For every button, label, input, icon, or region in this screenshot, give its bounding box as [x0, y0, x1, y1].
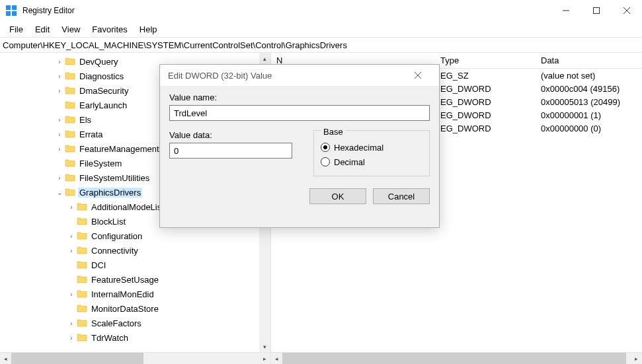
scroll-left-icon[interactable]: ◂ — [0, 353, 11, 364]
chevron-right-icon[interactable]: › — [54, 174, 65, 182]
folder-icon — [77, 245, 87, 256]
titlebar: Registry Editor — [0, 0, 642, 21]
tree-item[interactable]: ›Diagnostics — [0, 69, 163, 83]
tree-hscroll[interactable]: ◂ ▸ — [0, 353, 271, 364]
cell-data: 0x00005013 (20499) — [536, 97, 642, 107]
menu-edit[interactable]: Edit — [30, 23, 55, 36]
window-title: Registry Editor — [22, 6, 551, 15]
close-button[interactable] — [612, 0, 642, 21]
cell-data: (value not set) — [536, 71, 642, 81]
radio-decimal[interactable]: Decimal — [321, 155, 422, 169]
folder-icon — [77, 318, 87, 328]
tree-item[interactable]: ›Els — [0, 112, 163, 127]
tree-item[interactable]: ›DmaSecurity — [0, 83, 163, 98]
scroll-up-icon[interactable]: ▴ — [259, 53, 270, 64]
menu-view[interactable]: View — [56, 23, 85, 36]
tree-item[interactable]: DCI — [0, 258, 163, 272]
value-data-input[interactable] — [169, 143, 292, 159]
cancel-button[interactable]: Cancel — [373, 188, 430, 204]
tree-item-label: MonitorDataStore — [91, 304, 159, 314]
dialog-title-text: Edit DWORD (32-bit) Value — [168, 71, 272, 81]
address-text: Computer\HKEY_LOCAL_MACHINE\SYSTEM\Curre… — [3, 40, 347, 50]
cell-type: EG_DWORD — [435, 124, 536, 133]
tree-item[interactable]: ›AdditionalModeLis — [0, 200, 163, 214]
chevron-right-icon[interactable]: › — [66, 203, 77, 211]
tree-item-label: EarlyLaunch — [79, 100, 127, 110]
col-data-header[interactable]: Data — [536, 55, 642, 65]
chevron-right-icon[interactable]: › — [54, 145, 65, 153]
tree-item[interactable]: FeatureSetUsage — [0, 272, 163, 287]
chevron-right-icon[interactable]: › — [54, 87, 65, 94]
tree-item-label: FileSystemUtilities — [79, 173, 149, 183]
address-bar[interactable]: Computer\HKEY_LOCAL_MACHINE\SYSTEM\Curre… — [0, 37, 642, 53]
tree-item-label: Connectivity — [91, 246, 138, 256]
value-name-input[interactable] — [169, 105, 430, 121]
minimize-button[interactable] — [551, 0, 581, 21]
cell-data: 0x00000001 (1) — [536, 110, 642, 120]
chevron-right-icon[interactable]: › — [66, 233, 77, 240]
tree-item[interactable]: MonitorDataStore — [0, 301, 163, 316]
cell-type: EG_DWORD — [435, 97, 536, 107]
tree-item-label: GraphicsDrivers — [79, 188, 141, 198]
tree-item[interactable]: ›Connectivity — [0, 243, 163, 258]
tree-item[interactable]: FileSystem — [0, 156, 163, 170]
chevron-down-icon[interactable]: ⌄ — [54, 189, 65, 196]
cell-type: EG_DWORD — [435, 110, 536, 120]
chevron-right-icon[interactable]: › — [66, 247, 77, 254]
svg-rect-2 — [6, 11, 11, 16]
tree-item[interactable]: ⌄GraphicsDrivers — [0, 185, 163, 200]
tree-item[interactable]: EarlyLaunch — [0, 98, 163, 112]
dialog-close-button[interactable] — [405, 66, 431, 85]
folder-icon — [65, 143, 75, 154]
maximize-button[interactable] — [581, 0, 612, 21]
folder-icon — [77, 201, 87, 212]
ok-button[interactable]: OK — [309, 188, 366, 204]
tree-item[interactable]: ›InternalMonEdid — [0, 287, 163, 301]
radio-hexadecimal[interactable]: Hexadecimal — [321, 140, 422, 155]
chevron-right-icon[interactable]: › — [66, 320, 77, 327]
tree-item-label: Configuration — [91, 231, 142, 241]
regedit-icon — [5, 5, 17, 17]
col-type-header[interactable]: Type — [435, 55, 536, 65]
menu-help[interactable]: Help — [134, 23, 163, 36]
tree-item[interactable]: ›TdrWatch — [0, 330, 163, 345]
tree-item[interactable]: ›FileSystemUtilities — [0, 170, 163, 185]
menu-favorites[interactable]: Favorites — [87, 23, 132, 36]
svg-rect-1 — [12, 5, 17, 10]
svg-rect-3 — [12, 11, 17, 16]
menubar: File Edit View Favorites Help — [0, 21, 642, 37]
tree-item[interactable]: ›Errata — [0, 127, 163, 141]
chevron-right-icon[interactable]: › — [66, 334, 77, 342]
tree-item[interactable]: BlockList — [0, 214, 163, 229]
folder-icon — [77, 274, 87, 285]
cell-data: 0x0000c004 (49156) — [536, 84, 642, 94]
tree-item[interactable]: ›ScaleFactors — [0, 316, 163, 330]
folder-icon — [65, 129, 75, 139]
folder-icon — [77, 216, 87, 227]
folder-icon — [77, 303, 87, 314]
dialog-titlebar[interactable]: Edit DWORD (32-bit) Value — [160, 65, 439, 86]
base-legend: Base — [321, 127, 346, 137]
chevron-right-icon[interactable]: › — [66, 291, 77, 298]
scroll-right-icon[interactable]: ▸ — [631, 353, 642, 364]
window-controls — [551, 0, 642, 21]
folder-icon — [65, 71, 75, 81]
svg-rect-5 — [594, 7, 600, 13]
tree-item-label: ScaleFactors — [91, 318, 141, 328]
scroll-down-icon[interactable]: ▾ — [259, 341, 270, 352]
svg-rect-0 — [6, 5, 11, 10]
scroll-right-icon[interactable]: ▸ — [259, 353, 270, 364]
value-name-label: Value name: — [169, 92, 430, 102]
tree-item[interactable]: ›FeatureManagement — [0, 141, 163, 156]
chevron-right-icon[interactable]: › — [54, 116, 65, 124]
chevron-right-icon[interactable]: › — [54, 131, 65, 138]
tree-item-label: AdditionalModeLis — [91, 202, 161, 212]
tree-item[interactable]: ›DevQuery — [0, 54, 163, 69]
list-hscroll[interactable]: ◂ ▸ — [271, 353, 642, 364]
folder-icon — [77, 332, 87, 343]
tree-item[interactable]: ›Configuration — [0, 229, 163, 243]
scroll-left-icon[interactable]: ◂ — [271, 353, 282, 364]
chevron-right-icon[interactable]: › — [54, 73, 65, 80]
chevron-right-icon[interactable]: › — [54, 58, 65, 65]
menu-file[interactable]: File — [4, 23, 28, 36]
